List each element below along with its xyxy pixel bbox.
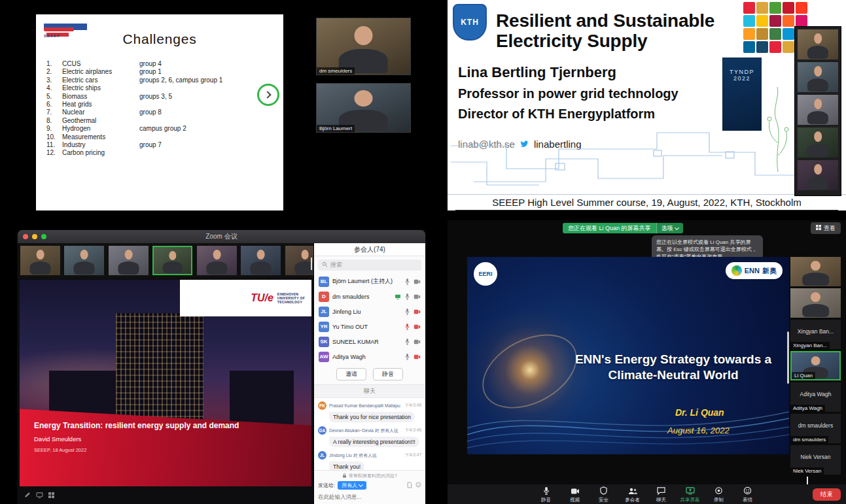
video-tile[interactable]: Xingyan Ban...Xingyan Ban... (790, 320, 841, 349)
mic-muted-icon (404, 323, 410, 330)
chat-input[interactable] (318, 494, 421, 500)
video-tile[interactable] (790, 257, 841, 286)
reactions-button[interactable]: 表情 (733, 486, 762, 503)
video-tile[interactable] (798, 95, 838, 125)
participant-row[interactable]: JL Jinfeng Liu (317, 304, 423, 319)
participant-row[interactable]: BL Björn Laumert (主持人) (317, 274, 423, 289)
video-tile[interactable] (20, 246, 60, 275)
video-tile[interactable] (241, 246, 281, 275)
video-tile[interactable] (798, 160, 838, 190)
participant-video-silhouette (805, 99, 831, 124)
end-meeting-button[interactable]: 结束 (813, 488, 841, 501)
quadrant-top-right-title-slide: KTH Resilient and Sustainable Electricit… (448, 0, 846, 216)
speaker-name: Lina Bertling Tjernberg (458, 64, 616, 81)
sdg-tile (783, 28, 794, 40)
video-tile[interactable] (109, 246, 149, 275)
message-text: A really interesting presentation!!! (329, 437, 419, 447)
tue-title-slide: TU/e EINDHOVEN UNIVERSITY OF TECHNOLOGY … (20, 280, 311, 486)
mic-icon (404, 308, 410, 315)
video-tile[interactable]: dm smeulders (316, 18, 411, 75)
plant-sketch (763, 84, 793, 175)
participant-row[interactable]: D dm smaulders (317, 289, 423, 304)
quadrant-bottom-right-zoom-fullscreen: 您正在观看 Li Quan 的屏幕共享 选项 查看 您正在以全屏模式观看 Li … (448, 220, 846, 504)
slide-footer: SEEEP, 18 August 2022 (34, 447, 86, 453)
participant-video-silhouette (161, 251, 185, 273)
lock-icon (342, 473, 347, 479)
sdg-tile (756, 15, 768, 27)
chevron-right-icon (264, 91, 271, 98)
video-tile[interactable]: Björn Laumert (316, 83, 411, 133)
participant-name-tag: Xingyan Ban... (790, 342, 830, 349)
participant-video-silhouette (800, 292, 832, 317)
invite-button[interactable]: 邀请 (336, 368, 366, 380)
tue-logo: TU/e (251, 292, 273, 304)
security-button[interactable]: 安全 (590, 486, 618, 503)
participants-button[interactable]: 参会者 (618, 486, 647, 503)
participant-name-tag: dm smaulders (790, 436, 828, 443)
record-icon (714, 486, 723, 495)
participant-name: Xingyan Ban... (790, 328, 841, 335)
eeri-logo: EERI (474, 262, 497, 286)
share-screen-icon (686, 486, 695, 495)
search-icon (322, 261, 328, 269)
layout-icon[interactable] (48, 489, 54, 501)
emoji-icon[interactable] (415, 482, 421, 490)
video-tile[interactable]: Aditya WaghAditya Wagh (790, 382, 841, 412)
message-sender: Jindong Liu 对 所有人说 (329, 452, 402, 459)
search-input[interactable]: 搜索 (318, 260, 421, 271)
video-tile[interactable] (798, 29, 838, 59)
camera-off-icon (414, 354, 421, 360)
challenge-row: 12.Carbon pricing (46, 149, 275, 157)
sdg-tile (756, 41, 768, 53)
challenge-row: 6.Heat grids (46, 101, 275, 109)
participants-panel (794, 26, 841, 196)
chat-message: PK Prasad Kumar Bandarupalli Mallapu 对 所… (318, 401, 421, 422)
video-tile[interactable] (197, 246, 237, 275)
monitor-icon[interactable] (36, 489, 43, 501)
participant-video-silhouette (71, 250, 97, 275)
participant-list: BL Björn Laumert (主持人) D dm smaulders JL (314, 274, 425, 364)
share-options-button[interactable]: 选项 (656, 223, 683, 233)
window-title: Zoom 会议 (18, 230, 425, 243)
participant-row[interactable]: AW Aditya Wagh (317, 349, 423, 364)
strip-collapse-button[interactable] (807, 477, 817, 483)
message-sender: Devran Abukan~Devia 对 所有人说 (329, 428, 402, 434)
video-tile[interactable]: Niek VersanNiek Versan (790, 445, 841, 475)
video-tile[interactable] (64, 246, 104, 275)
message-text: Thank you! (329, 462, 364, 470)
video-tile[interactable] (798, 62, 838, 92)
avatar: JL (318, 451, 326, 460)
kth-logo: KTH (453, 4, 487, 41)
video-tile-active-speaker[interactable] (152, 246, 192, 275)
participant-row[interactable]: YR Yu Timo OUT (317, 319, 423, 334)
record-button[interactable]: 录制 (705, 486, 733, 503)
circuit-sketch (448, 123, 804, 195)
divider (448, 194, 846, 195)
sdg-tile (796, 15, 807, 27)
file-attach-icon[interactable] (407, 482, 412, 490)
sdg-tile (783, 2, 794, 14)
close-button[interactable] (23, 234, 28, 239)
participant-row[interactable]: SK SUNEEL KUMAR (317, 334, 423, 349)
slide-title: ENN's Energy Strategy towards a Climate-… (565, 352, 781, 383)
camera-icon (414, 279, 421, 284)
video-button[interactable]: 视频 (561, 486, 590, 503)
video-tile[interactable] (790, 288, 841, 318)
chevron-right-icon (311, 258, 312, 270)
mute-button[interactable]: 静音 (532, 486, 561, 503)
video-tile[interactable] (798, 127, 838, 158)
minimize-button[interactable] (32, 234, 37, 239)
view-button[interactable]: 查看 (811, 222, 841, 234)
video-tile[interactable]: dm smauldersdm smaulders (790, 414, 841, 443)
participant-video-silhouette (805, 33, 831, 59)
strip-scrollbar[interactable] (787, 331, 789, 384)
chat-button[interactable]: 聊天 (647, 486, 676, 503)
video-tile-active-speaker[interactable]: Li Quan (790, 351, 841, 380)
slide-title: Resilient and Sustainable Electricity Su… (496, 10, 714, 52)
fullscreen-button[interactable] (41, 234, 46, 239)
send-to-selector[interactable]: 所有人 (338, 481, 366, 490)
pen-icon[interactable] (24, 489, 31, 501)
filmstrip-next-button[interactable] (311, 258, 312, 269)
share-screen-button[interactable]: 共享屏幕 (676, 486, 705, 503)
mute-all-button[interactable]: 静音 (373, 368, 403, 380)
